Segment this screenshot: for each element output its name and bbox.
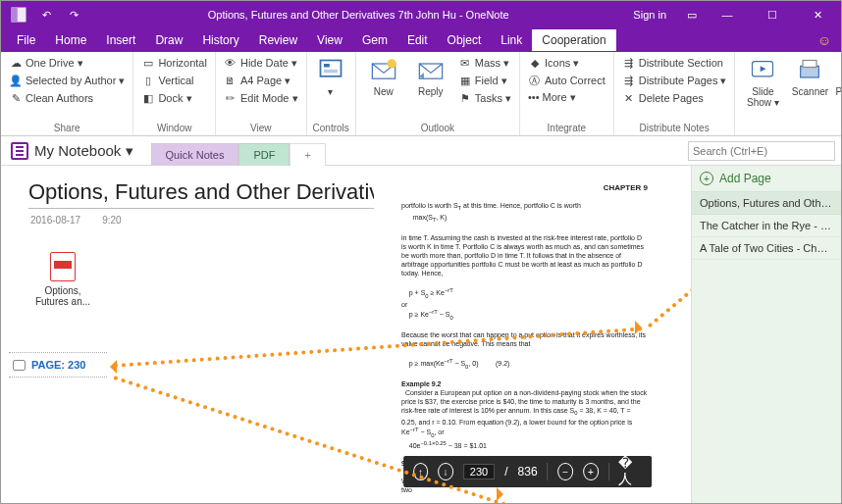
field-button[interactable]: ▦Field ▾ bbox=[456, 73, 513, 88]
page-meta: 2016-08-17 9:20 bbox=[30, 215, 122, 226]
tab-pdf[interactable]: PDF bbox=[238, 143, 289, 166]
notebook-selector[interactable]: My Notebook ▾ bbox=[1, 142, 143, 160]
maximize-button[interactable]: ☐ bbox=[753, 1, 792, 28]
search-input[interactable] bbox=[688, 141, 835, 161]
scanner-icon bbox=[796, 57, 823, 84]
ribbon-display-icon[interactable]: ▭ bbox=[682, 1, 702, 28]
tasks-button[interactable]: ⚑Tasks ▾ bbox=[456, 90, 513, 106]
edit-mode-button[interactable]: ✏Edit Mode ▾ bbox=[222, 90, 300, 106]
feedback-icon[interactable]: ☺ bbox=[817, 32, 831, 48]
one-drive-button[interactable]: ☁One Drive ▾ bbox=[7, 55, 127, 71]
menu-link[interactable]: Link bbox=[491, 29, 532, 51]
menu-draw[interactable]: Draw bbox=[145, 29, 192, 51]
page-list-item[interactable]: Options, Futures and Other Deriva bbox=[692, 192, 841, 215]
zoom-in-button[interactable]: + bbox=[583, 463, 599, 480]
distribute-section-icon: ⇶ bbox=[622, 56, 636, 70]
menu-file[interactable]: File bbox=[7, 29, 45, 51]
menu-cooperation[interactable]: Cooperation bbox=[532, 29, 615, 51]
menu-home[interactable]: Home bbox=[45, 29, 96, 51]
broom-icon: ✎ bbox=[9, 91, 23, 105]
new-button[interactable]: New bbox=[362, 55, 405, 123]
user-icon: 👤 bbox=[9, 74, 23, 87]
selected-by-author-button[interactable]: 👤Selected by Author ▾ bbox=[7, 73, 127, 88]
minimize-button[interactable]: — bbox=[708, 1, 747, 28]
page-time: 9:20 bbox=[102, 215, 121, 226]
menu-insert[interactable]: Insert bbox=[96, 29, 145, 51]
more-button[interactable]: ••• More ▾ bbox=[526, 90, 607, 105]
page-list-panel: + Add Page Options, Futures and Other De… bbox=[691, 166, 841, 503]
ribbon-group-share: ☁One Drive ▾ 👤Selected by Author ▾ ✎Clea… bbox=[1, 52, 133, 135]
vertical-icon: ▯ bbox=[141, 74, 155, 87]
group-label-window: Window bbox=[139, 123, 209, 135]
undo-icon[interactable]: ↶ bbox=[36, 1, 56, 28]
group-label-view: View bbox=[222, 123, 300, 135]
redo-icon[interactable]: ↷ bbox=[64, 1, 83, 28]
svg-rect-4 bbox=[324, 70, 338, 74]
dock-button[interactable]: ◧Dock ▾ bbox=[139, 90, 209, 106]
notebook-name: My Notebook ▾ bbox=[34, 142, 133, 160]
page-canvas[interactable]: 🗨 ⊞ ⧉ ✕ ⤢ Options, Futures and Other Der… bbox=[1, 166, 691, 503]
menu-history[interactable]: History bbox=[192, 29, 248, 51]
horizontal-button[interactable]: ▭Horizontal bbox=[139, 55, 209, 71]
auto-correct-button[interactable]: ⒶAuto Correct bbox=[526, 73, 607, 88]
cloud-icon: ☁ bbox=[9, 56, 23, 70]
menu-object[interactable]: Object bbox=[438, 29, 492, 51]
field-icon: ▦ bbox=[458, 74, 472, 87]
zoom-out-button[interactable]: − bbox=[557, 463, 573, 480]
distribute-pages-button[interactable]: ⇶Distribute Pages ▾ bbox=[620, 73, 729, 88]
page-title[interactable]: Options, Futures and Other Derivative bbox=[28, 179, 393, 205]
menu-gem[interactable]: Gem bbox=[352, 29, 397, 51]
pdf-attachment[interactable]: Options, Futures an... bbox=[34, 252, 91, 307]
menu-edit[interactable]: Edit bbox=[397, 29, 438, 51]
page-list-item[interactable]: A Tale of Two Cities - Charles Dic bbox=[692, 237, 841, 260]
controls-icon bbox=[317, 57, 344, 84]
a4-page-button[interactable]: 🗎A4 Page ▾ bbox=[222, 73, 300, 88]
vertical-button[interactable]: ▯Vertical bbox=[139, 73, 209, 88]
group-label-outlook: Outlook bbox=[362, 123, 513, 135]
page-total: 836 bbox=[518, 465, 538, 479]
annotation-arrow-icon bbox=[635, 321, 649, 334]
group-label-integrate: Integrate bbox=[526, 123, 607, 135]
annotation-arrow-icon bbox=[497, 487, 510, 501]
adobe-icon[interactable]: �人 bbox=[618, 455, 642, 488]
hide-date-button[interactable]: 👁Hide Date ▾ bbox=[222, 55, 300, 71]
scanner-button[interactable]: Scanner bbox=[788, 55, 831, 123]
tab-quick-notes[interactable]: Quick Notes bbox=[151, 143, 239, 166]
group-label-controls: Controls bbox=[313, 123, 349, 135]
page-marker[interactable]: PAGE: 230 bbox=[9, 352, 107, 378]
svg-rect-2 bbox=[320, 61, 341, 76]
mass-button[interactable]: ✉Mass ▾ bbox=[456, 55, 513, 71]
menu-view[interactable]: View bbox=[307, 29, 352, 51]
controls-button[interactable]: ▾ bbox=[313, 55, 348, 123]
page-sep: / bbox=[504, 465, 507, 479]
svg-rect-10 bbox=[803, 61, 816, 68]
toolbar-divider bbox=[548, 463, 549, 480]
reply-button[interactable]: Reply bbox=[409, 55, 452, 123]
distribute-pages-icon: ⇶ bbox=[622, 74, 636, 87]
clean-authors-button[interactable]: ✎Clean Authors bbox=[7, 90, 127, 106]
section-tabs: Quick Notes PDF + bbox=[151, 136, 326, 165]
delete-pages-button[interactable]: ✕Delete Pages bbox=[620, 90, 729, 106]
mass-icon: ✉ bbox=[458, 56, 472, 70]
presentation-button[interactable]: P Presentation bbox=[835, 55, 842, 123]
page-icon: 🗎 bbox=[224, 74, 237, 87]
distribute-section-button[interactable]: ⇶Distribute Section bbox=[620, 55, 729, 71]
menu-review[interactable]: Review bbox=[249, 29, 307, 51]
page-number-input[interactable]: 230 bbox=[463, 464, 495, 479]
page-list-item[interactable]: The Catcher in the Rye - J.D. Salin bbox=[692, 215, 841, 237]
icons-button[interactable]: ◆Icons ▾ bbox=[526, 55, 607, 71]
slide-show-button[interactable]: Slide Show ▾ bbox=[741, 55, 784, 123]
autocorrect-icon: Ⓐ bbox=[528, 74, 542, 87]
add-page-button[interactable]: + Add Page bbox=[692, 166, 841, 192]
eye-off-icon: 👁 bbox=[224, 56, 237, 70]
tab-add[interactable]: + bbox=[289, 143, 325, 166]
sign-in-link[interactable]: Sign in bbox=[633, 9, 666, 21]
pdf-body-text: portfolio is worth ST at this time. Henc… bbox=[401, 201, 648, 494]
page-down-button[interactable]: ↓ bbox=[438, 463, 453, 480]
ribbon-group-integrate: ◆Icons ▾ ⒶAuto Correct ••• More ▾ Integr… bbox=[520, 52, 614, 135]
window-title: Options, Futures and Other Derivatives 7… bbox=[83, 9, 633, 21]
pdf-chapter-heading: CHAPTER 9 bbox=[604, 183, 648, 192]
close-button[interactable]: ✕ bbox=[798, 1, 837, 28]
onenote-icon bbox=[9, 1, 28, 28]
horizontal-icon: ▭ bbox=[141, 56, 155, 70]
